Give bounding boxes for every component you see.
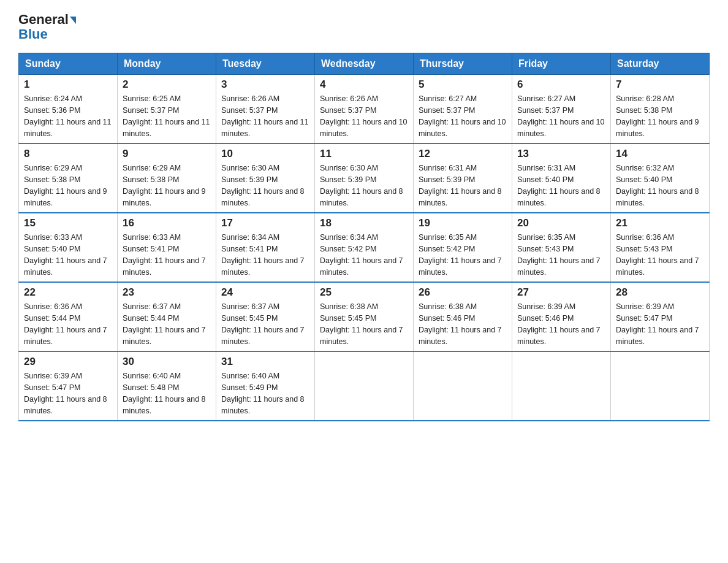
day-info: Sunrise: 6:35 AMSunset: 5:43 PMDaylight:… (517, 232, 605, 278)
week-row-1: 1Sunrise: 6:24 AMSunset: 5:36 PMDaylight… (19, 75, 710, 144)
day-info: Sunrise: 6:28 AMSunset: 5:38 PMDaylight:… (616, 93, 704, 139)
calendar-cell: 17Sunrise: 6:34 AMSunset: 5:41 PMDayligh… (216, 213, 315, 282)
calendar-cell (512, 351, 611, 421)
calendar-cell: 23Sunrise: 6:37 AMSunset: 5:44 PMDayligh… (118, 282, 216, 351)
calendar-cell: 15Sunrise: 6:33 AMSunset: 5:40 PMDayligh… (19, 213, 118, 282)
day-info: Sunrise: 6:39 AMSunset: 5:47 PMDaylight:… (24, 370, 112, 416)
day-info: Sunrise: 6:37 AMSunset: 5:45 PMDaylight:… (221, 301, 309, 347)
day-info: Sunrise: 6:26 AMSunset: 5:37 PMDaylight:… (221, 93, 309, 139)
day-number: 13 (517, 148, 605, 160)
day-info: Sunrise: 6:36 AMSunset: 5:44 PMDaylight:… (24, 301, 112, 347)
day-info: Sunrise: 6:37 AMSunset: 5:44 PMDaylight:… (123, 301, 211, 347)
calendar-cell: 29Sunrise: 6:39 AMSunset: 5:47 PMDayligh… (19, 351, 118, 421)
day-number: 30 (123, 356, 211, 368)
calendar-cell (414, 351, 512, 421)
logo-general: General (18, 12, 69, 27)
column-header-monday: Monday (118, 53, 216, 75)
day-info: Sunrise: 6:31 AMSunset: 5:40 PMDaylight:… (517, 163, 605, 209)
calendar-cell: 7Sunrise: 6:28 AMSunset: 5:38 PMDaylight… (611, 75, 710, 144)
calendar-cell (611, 351, 710, 421)
calendar-cell: 1Sunrise: 6:24 AMSunset: 5:36 PMDaylight… (19, 75, 118, 144)
day-number: 14 (616, 148, 704, 160)
day-number: 5 (419, 79, 507, 91)
day-info: Sunrise: 6:38 AMSunset: 5:46 PMDaylight:… (419, 301, 507, 347)
day-number: 23 (123, 286, 211, 299)
column-header-friday: Friday (512, 53, 611, 75)
day-info: Sunrise: 6:38 AMSunset: 5:45 PMDaylight:… (320, 301, 408, 347)
day-info: Sunrise: 6:30 AMSunset: 5:39 PMDaylight:… (320, 163, 408, 209)
day-info: Sunrise: 6:26 AMSunset: 5:37 PMDaylight:… (320, 93, 408, 139)
day-number: 16 (123, 217, 211, 229)
calendar-cell: 5Sunrise: 6:27 AMSunset: 5:37 PMDaylight… (414, 75, 512, 144)
calendar-cell: 20Sunrise: 6:35 AMSunset: 5:43 PMDayligh… (512, 213, 611, 282)
day-info: Sunrise: 6:35 AMSunset: 5:42 PMDaylight:… (419, 232, 507, 278)
week-row-4: 22Sunrise: 6:36 AMSunset: 5:44 PMDayligh… (19, 282, 710, 351)
day-number: 10 (221, 148, 309, 160)
day-info: Sunrise: 6:34 AMSunset: 5:41 PMDaylight:… (221, 232, 309, 278)
day-number: 8 (24, 148, 112, 160)
calendar-cell: 18Sunrise: 6:34 AMSunset: 5:42 PMDayligh… (315, 213, 414, 282)
day-number: 2 (123, 79, 211, 91)
day-info: Sunrise: 6:39 AMSunset: 5:46 PMDaylight:… (517, 301, 605, 347)
day-number: 3 (221, 79, 309, 91)
day-number: 26 (419, 286, 507, 299)
day-info: Sunrise: 6:39 AMSunset: 5:47 PMDaylight:… (616, 301, 704, 347)
logo-triangle-icon (70, 17, 76, 24)
calendar-cell: 3Sunrise: 6:26 AMSunset: 5:37 PMDaylight… (216, 75, 315, 144)
column-header-tuesday: Tuesday (216, 53, 315, 75)
day-info: Sunrise: 6:36 AMSunset: 5:43 PMDaylight:… (616, 232, 704, 278)
logo-blue: Blue (18, 26, 48, 42)
day-info: Sunrise: 6:25 AMSunset: 5:37 PMDaylight:… (123, 93, 211, 139)
calendar-cell: 11Sunrise: 6:30 AMSunset: 5:39 PMDayligh… (315, 144, 414, 213)
day-number: 20 (517, 217, 605, 229)
calendar-cell: 22Sunrise: 6:36 AMSunset: 5:44 PMDayligh… (19, 282, 118, 351)
column-header-thursday: Thursday (414, 53, 512, 75)
day-info: Sunrise: 6:29 AMSunset: 5:38 PMDaylight:… (123, 163, 211, 209)
day-info: Sunrise: 6:40 AMSunset: 5:48 PMDaylight:… (123, 370, 211, 416)
day-number: 15 (24, 217, 112, 229)
calendar-cell: 9Sunrise: 6:29 AMSunset: 5:38 PMDaylight… (118, 144, 216, 213)
logo: General Blue (18, 12, 76, 42)
day-number: 29 (24, 356, 112, 368)
calendar-cell: 25Sunrise: 6:38 AMSunset: 5:45 PMDayligh… (315, 282, 414, 351)
calendar-cell: 4Sunrise: 6:26 AMSunset: 5:37 PMDaylight… (315, 75, 414, 144)
day-info: Sunrise: 6:33 AMSunset: 5:41 PMDaylight:… (123, 232, 211, 278)
day-info: Sunrise: 6:32 AMSunset: 5:40 PMDaylight:… (616, 163, 704, 209)
day-number: 21 (616, 217, 704, 229)
day-number: 24 (221, 286, 309, 299)
day-number: 11 (320, 148, 408, 160)
day-info: Sunrise: 6:24 AMSunset: 5:36 PMDaylight:… (24, 93, 112, 139)
calendar-cell: 21Sunrise: 6:36 AMSunset: 5:43 PMDayligh… (611, 213, 710, 282)
calendar-cell: 31Sunrise: 6:40 AMSunset: 5:49 PMDayligh… (216, 351, 315, 421)
calendar-cell: 24Sunrise: 6:37 AMSunset: 5:45 PMDayligh… (216, 282, 315, 351)
calendar-cell: 16Sunrise: 6:33 AMSunset: 5:41 PMDayligh… (118, 213, 216, 282)
day-number: 22 (24, 286, 112, 299)
day-number: 25 (320, 286, 408, 299)
column-header-sunday: Sunday (19, 53, 118, 75)
day-info: Sunrise: 6:29 AMSunset: 5:38 PMDaylight:… (24, 163, 112, 209)
calendar-table: SundayMondayTuesdayWednesdayThursdayFrid… (18, 53, 710, 421)
calendar-header-row: SundayMondayTuesdayWednesdayThursdayFrid… (19, 53, 710, 75)
calendar-cell: 26Sunrise: 6:38 AMSunset: 5:46 PMDayligh… (414, 282, 512, 351)
logo-text: General Blue (18, 12, 76, 42)
day-info: Sunrise: 6:34 AMSunset: 5:42 PMDaylight:… (320, 232, 408, 278)
calendar-cell: 30Sunrise: 6:40 AMSunset: 5:48 PMDayligh… (118, 351, 216, 421)
day-info: Sunrise: 6:31 AMSunset: 5:39 PMDaylight:… (419, 163, 507, 209)
day-number: 19 (419, 217, 507, 229)
column-header-saturday: Saturday (611, 53, 710, 75)
column-header-wednesday: Wednesday (315, 53, 414, 75)
calendar-cell: 13Sunrise: 6:31 AMSunset: 5:40 PMDayligh… (512, 144, 611, 213)
calendar-cell (315, 351, 414, 421)
week-row-3: 15Sunrise: 6:33 AMSunset: 5:40 PMDayligh… (19, 213, 710, 282)
day-number: 1 (24, 79, 112, 91)
day-number: 9 (123, 148, 211, 160)
day-number: 12 (419, 148, 507, 160)
day-number: 18 (320, 217, 408, 229)
day-info: Sunrise: 6:40 AMSunset: 5:49 PMDaylight:… (221, 370, 309, 416)
page-header: General Blue (18, 12, 710, 42)
day-number: 6 (517, 79, 605, 91)
calendar-cell: 28Sunrise: 6:39 AMSunset: 5:47 PMDayligh… (611, 282, 710, 351)
calendar-cell: 10Sunrise: 6:30 AMSunset: 5:39 PMDayligh… (216, 144, 315, 213)
day-info: Sunrise: 6:27 AMSunset: 5:37 PMDaylight:… (517, 93, 605, 139)
calendar-cell: 2Sunrise: 6:25 AMSunset: 5:37 PMDaylight… (118, 75, 216, 144)
